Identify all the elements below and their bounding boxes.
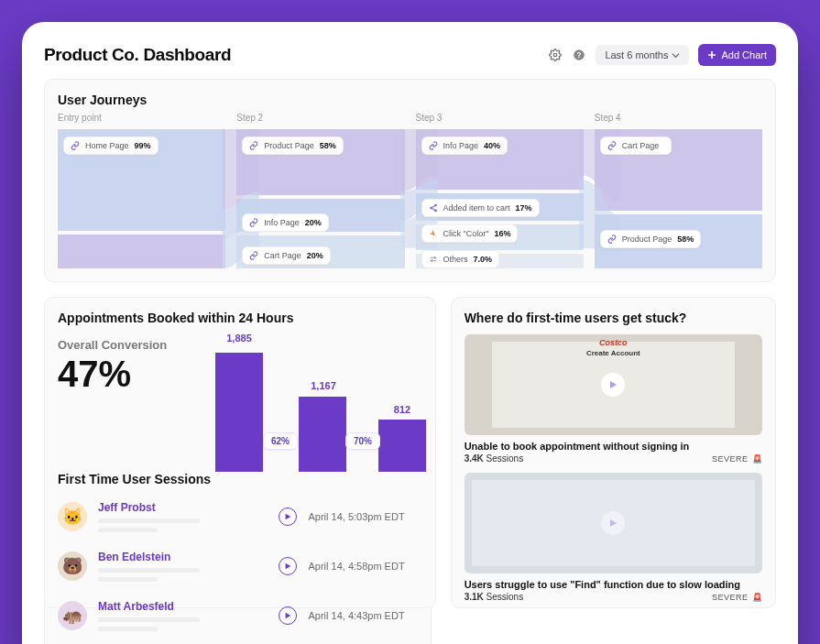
bar-label: 1,885 — [226, 333, 252, 344]
journey-chip-cart[interactable]: Cart Page 20% — [242, 246, 331, 265]
session-user-name: Jeff Probst — [98, 501, 268, 514]
bar-label: 812 — [394, 404, 410, 415]
user-journeys-panel: User Journeys Entry point — [44, 79, 776, 282]
user-journeys-title: User Journeys — [58, 93, 762, 107]
journey-chip-home[interactable]: Home Page 99% — [63, 136, 159, 155]
help-icon[interactable]: ? — [572, 48, 586, 62]
appointments-chart[interactable]: 1,885 1,167 812 62% 70% — [195, 334, 422, 472]
journey-chip-others[interactable]: Others 7.0% — [421, 250, 500, 268]
insight-video-1[interactable]: Costco Create Account — [465, 334, 762, 435]
chip-label: Product Page — [622, 235, 672, 244]
svg-point-0 — [554, 53, 558, 57]
chip-pct: 20% — [305, 218, 322, 227]
link-icon — [249, 251, 258, 260]
severity-badge: SEVERE🚨 — [712, 454, 762, 464]
thumb-sub: Create Account — [586, 349, 640, 357]
journey-col-entry: Entry point Home Page 99% — [58, 113, 225, 268]
step-label: Step 4 — [595, 113, 762, 123]
insight-title: Unable to book appointment without signi… — [465, 441, 762, 452]
chip-label: Click "Color" — [443, 229, 489, 238]
skeleton-line — [98, 627, 158, 631]
transition-badge: 70% — [345, 432, 380, 450]
alarm-icon: 🚨 — [752, 454, 763, 464]
add-chart-button[interactable]: Add Chart — [698, 44, 776, 66]
insight-title: Users struggle to use "Find" function du… — [465, 579, 762, 590]
bar — [215, 353, 263, 472]
link-icon — [71, 141, 80, 150]
link-icon — [249, 141, 258, 150]
bar-label: 1,167 — [311, 380, 336, 391]
chip-pct: 20% — [307, 251, 323, 260]
share-icon — [429, 203, 438, 213]
period-label: Last 6 months — [605, 49, 668, 60]
insight-video-2[interactable] — [465, 473, 762, 573]
journey-block — [58, 235, 225, 268]
chip-label: Cart Page — [622, 141, 660, 150]
journey-chip-info2[interactable]: Info Page 40% — [421, 136, 508, 155]
chip-pct: 17% — [516, 203, 532, 213]
chip-label: Home Page — [85, 141, 129, 150]
journey-col-step2: Step 2 Product Page 58% Info Page 20% — [236, 113, 404, 268]
journey-chip-click[interactable]: Click "Color" 16% — [421, 224, 519, 243]
skeleton-line — [98, 577, 158, 582]
chip-label: Cart Page — [264, 251, 301, 260]
chip-label: Product Page — [264, 141, 314, 150]
appointments-title: Appointments Booked within 24 Hours — [58, 311, 422, 325]
step-label: Step 3 — [416, 113, 584, 123]
period-select[interactable]: Last 6 months — [596, 45, 689, 65]
chip-pct: 7.0% — [474, 255, 493, 264]
play-button[interactable] — [279, 606, 297, 625]
thumb-brand: Costco — [599, 338, 628, 347]
link-icon — [429, 141, 438, 150]
journey-chip-product[interactable]: Product Page 58% — [242, 136, 344, 155]
skeleton-line — [98, 568, 200, 573]
skeleton-line — [98, 617, 200, 622]
link-icon — [249, 218, 258, 227]
svg-point-3 — [434, 204, 436, 206]
conversion-pct: 47% — [58, 355, 177, 392]
session-time: April 14, 4:58pm EDT — [308, 561, 418, 572]
gear-icon[interactable] — [548, 48, 563, 62]
chip-pct: 16% — [494, 229, 510, 238]
session-time: April 14, 4:43pm EDT — [308, 610, 418, 621]
step-label: Entry point — [58, 113, 225, 123]
avatar: 🦛 — [58, 601, 87, 630]
svg-line-6 — [432, 206, 434, 208]
step-label: Step 2 — [236, 113, 404, 123]
journey-chip-info[interactable]: Info Page 20% — [242, 213, 329, 232]
svg-line-7 — [432, 208, 434, 210]
journey-chip-cart2[interactable]: Cart Page — [600, 136, 672, 155]
chip-pct: 58% — [320, 141, 336, 150]
severity-badge: SEVERE🚨 — [712, 593, 762, 602]
bar — [378, 420, 426, 472]
page-title: Product Co. Dashboard — [44, 45, 231, 65]
conversion-label: Overall Conversion — [58, 338, 177, 352]
arrows-icon — [429, 255, 438, 264]
insight-sessions: 3.4K Sessions — [465, 453, 523, 464]
avatar: 🐻 — [58, 551, 87, 581]
chip-pct: 58% — [677, 235, 694, 244]
journey-chip-added[interactable]: Added item to cart 17% — [421, 199, 540, 217]
chip-pct: 40% — [484, 141, 500, 150]
link-icon — [607, 141, 617, 150]
svg-point-4 — [430, 207, 432, 209]
insights-title: Where do first-time users get stuck? — [465, 311, 762, 325]
journey-col-step3: Step 3 Info Page 40% Added item to cart … — [416, 113, 584, 268]
chevron-down-icon — [672, 51, 680, 60]
journey-chip-product2[interactable]: Product Page 58% — [600, 230, 702, 248]
header: Product Co. Dashboard ? Last 6 months Ad… — [44, 44, 776, 66]
transition-badge: 62% — [263, 432, 298, 450]
skeleton-line — [98, 528, 158, 532]
session-time: April 14, 5:03pm EDT — [308, 511, 418, 522]
bar — [299, 397, 346, 472]
avatar: 🐱 — [58, 502, 87, 531]
user-journeys-chart[interactable]: Entry point Home Page 99% Step 2 — [58, 113, 762, 268]
chip-pct: 99% — [135, 141, 151, 150]
skeleton-line — [98, 518, 200, 523]
link-icon — [607, 235, 617, 244]
header-actions: ? Last 6 months Add Chart — [548, 44, 776, 66]
plus-icon — [707, 50, 716, 60]
journey-col-step4: Step 4 Cart Page Product Page 58% — [595, 113, 762, 268]
click-icon — [429, 229, 438, 238]
alarm-icon: 🚨 — [752, 593, 763, 602]
